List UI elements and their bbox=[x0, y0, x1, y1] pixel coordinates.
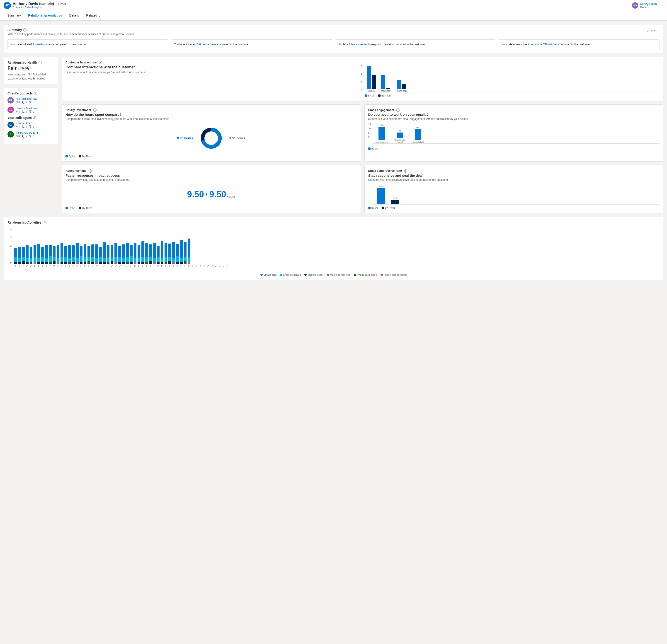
activities-x-labels: 16 Dec 11 Dec 12 Dec 13 Dec 14 Dec 15 De… bbox=[13, 265, 660, 268]
last-interaction: Last interaction: Not Scheduled bbox=[7, 77, 54, 80]
stacked-bar bbox=[68, 245, 71, 264]
donut-chart bbox=[200, 127, 223, 149]
panel-grid-2: Response time i Faster responses impact … bbox=[62, 165, 663, 213]
activities-info-icon[interactable]: i bbox=[44, 221, 47, 224]
relationship-health-card: Relationship Health i Fair Steady Next i… bbox=[4, 57, 58, 84]
summary-title: Summary i bbox=[7, 28, 134, 32]
summary-card-2: You have invested 5.0 hours more compare… bbox=[171, 39, 332, 49]
colleague-stats-kenny: ✉ 3 📞 5 📅 1 bbox=[16, 125, 54, 128]
stacked-bar bbox=[49, 245, 52, 264]
clients-contacts-card: Client's contacts i RT Richard Thomas ✉ … bbox=[4, 88, 58, 144]
tab-related[interactable]: Related ⌄ bbox=[82, 11, 104, 20]
email-send-receive-title: Email send/receive ratio i bbox=[368, 169, 660, 172]
clients-info-icon[interactable]: i bbox=[34, 92, 37, 95]
steady-badge: Steady bbox=[18, 66, 31, 70]
summary-section: Summary i Metrics and key performance in… bbox=[4, 24, 663, 53]
stacked-bar bbox=[110, 245, 114, 264]
response-by-us: 9.50 bbox=[187, 189, 204, 199]
email-send-receive-panel: Email send/receive ratio i Stay responsi… bbox=[364, 165, 664, 213]
email-send-receive-desc: Compare your email send/receive ratio to… bbox=[368, 178, 660, 181]
stacked-bar bbox=[45, 245, 48, 264]
relationship-activities-section: Relationship Activities i 4 3 2 1 0 bbox=[4, 217, 663, 280]
header-chevron-down[interactable]: ⌄ bbox=[658, 3, 663, 8]
email-engagement-legend: By Us bbox=[368, 147, 660, 150]
response-time-desc: Compare how long you take to respond to … bbox=[65, 178, 357, 181]
summary-card-1: You have initiated 3 meetings more compa… bbox=[7, 39, 168, 49]
stacked-bar bbox=[164, 243, 167, 264]
stacked-bar bbox=[161, 241, 164, 264]
contact-name-sandra[interactable]: Sandra Martinez bbox=[16, 106, 54, 110]
stacked-bar bbox=[22, 247, 25, 264]
bar-meetings-us bbox=[381, 75, 385, 89]
customer-interactions-heading: Compare interactions with the customer bbox=[65, 65, 360, 69]
email-engagement-desc: Summarize your customers' email engageme… bbox=[368, 117, 660, 120]
response-time-info-icon[interactable]: i bbox=[88, 169, 92, 172]
summary-card-3: You take 0 hours lesser to respond to em… bbox=[335, 39, 496, 49]
summary-card-4: Your rate of response to emails is 73% h… bbox=[499, 39, 660, 49]
stacked-bar bbox=[103, 242, 106, 264]
next-page-button[interactable]: › bbox=[656, 28, 660, 33]
owner-name[interactable]: Kenny Smith bbox=[640, 2, 657, 6]
email-send-receive-legend: By Us By Them bbox=[368, 207, 660, 209]
breadcrumb-contact[interactable]: Contact bbox=[13, 6, 22, 9]
customer-interactions-info-icon[interactable]: i bbox=[99, 61, 102, 64]
stacked-bar bbox=[126, 243, 129, 264]
clients-contacts-title: Client's contacts i bbox=[7, 92, 54, 95]
tab-details[interactable]: Details bbox=[66, 11, 83, 20]
stacked-bar bbox=[76, 243, 79, 264]
email-engagement-panel: Email engagement i Do you need to work o… bbox=[364, 104, 664, 162]
prev-page-button[interactable]: ‹ bbox=[642, 28, 646, 33]
contact-stats-richard: ✉ 3 📞 5 📅 1 bbox=[16, 101, 54, 104]
saved-badge: - Saved bbox=[56, 2, 66, 5]
stacked-bar bbox=[133, 243, 137, 264]
right-column: Customer interactions i Compare interact… bbox=[62, 57, 663, 213]
tab-relationship-analytics[interactable]: Relationship Analytics bbox=[25, 11, 66, 20]
stacked-bar bbox=[107, 245, 110, 264]
bar-attachments bbox=[396, 133, 403, 138]
response-time-panel: Response time i Faster responses impact … bbox=[62, 165, 361, 213]
stacked-bar bbox=[72, 245, 75, 264]
activities-y-axis: 4 3 2 1 0 bbox=[7, 228, 13, 264]
stacked-bar bbox=[64, 246, 67, 264]
stacked-bar bbox=[172, 242, 175, 264]
owner-role: Owner bbox=[640, 6, 657, 9]
colleague-name-kenny[interactable]: Kenny Smith bbox=[16, 121, 54, 125]
activities-bars bbox=[13, 228, 660, 264]
contact-name-richard[interactable]: Richard Thomas bbox=[16, 97, 54, 100]
bar-meetings-them bbox=[386, 88, 390, 89]
hourly-info-icon[interactable]: i bbox=[93, 109, 97, 112]
health-info-icon[interactable]: i bbox=[38, 61, 42, 64]
stacked-bar bbox=[137, 245, 141, 264]
stacked-bar bbox=[80, 246, 83, 264]
stacked-bar bbox=[188, 238, 191, 264]
colleagues-info-icon[interactable]: i bbox=[33, 116, 36, 119]
stacked-bar bbox=[83, 244, 86, 264]
breadcrumb-module[interactable]: Sales Insights bbox=[25, 6, 42, 9]
contact-name: Anthony Davis (sample) bbox=[13, 2, 54, 6]
bar-emails-us bbox=[367, 66, 371, 89]
summary-info-icon[interactable]: i bbox=[23, 28, 27, 32]
stacked-bar bbox=[56, 245, 60, 264]
nav-tabs: Summary Relationship Analytics Details R… bbox=[0, 11, 667, 21]
colleague-name-ppdf[interactable]: # PpdfCDSClient bbox=[16, 131, 54, 134]
stacked-bar bbox=[60, 243, 63, 264]
contact-sandra: SM Sandra Martinez ✉ 3 📞 5 📅 1 bbox=[7, 106, 54, 113]
contact-richard: RT Richard Thomas ✉ 3 📞 5 📅 1 bbox=[7, 97, 54, 104]
stacked-bar bbox=[37, 244, 40, 264]
owner-avatar: KS bbox=[632, 2, 638, 9]
colleague-stats-ppdf: ✉ 3 📞 5 📅 1 bbox=[16, 135, 54, 138]
stacked-bar bbox=[14, 248, 17, 264]
donut-container: 8.33 hours 3.33 hours bbox=[65, 123, 357, 153]
tab-summary[interactable]: Summary bbox=[4, 11, 25, 20]
activities-legend: Emails sent Emails received Meetings sen… bbox=[7, 274, 660, 276]
stacked-bar bbox=[145, 243, 148, 264]
stacked-bar bbox=[153, 243, 156, 264]
email-send-receive-info-icon[interactable]: i bbox=[404, 169, 407, 172]
panel-grid-1: Hourly investment i How do the hours spe… bbox=[62, 104, 663, 162]
by-them-hours: 3.33 hours bbox=[229, 136, 245, 140]
stacked-bar bbox=[91, 244, 94, 264]
hourly-investment-title: Hourly investment i bbox=[65, 108, 357, 112]
colleagues-title: Your colleagues i bbox=[7, 116, 54, 120]
bar-links-clicked bbox=[415, 129, 421, 140]
email-engagement-info-icon[interactable]: i bbox=[396, 109, 400, 112]
